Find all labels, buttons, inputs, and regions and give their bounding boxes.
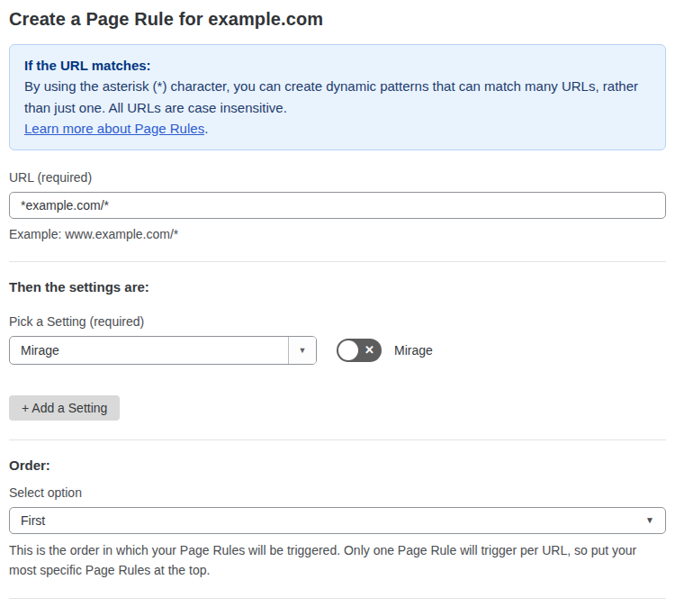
toggle-off-x-icon: ✕ (364, 344, 374, 356)
setting-dropdown-value: Mirage (10, 337, 288, 364)
order-select-value: First (21, 513, 45, 528)
toggle-knob (338, 340, 358, 360)
chevron-down-icon: ▼ (299, 347, 307, 355)
setting-row: Mirage ▼ ✕ Mirage (9, 336, 666, 365)
order-select[interactable]: First ▼ (9, 507, 666, 534)
url-match-info-box: If the URL matches: By using the asteris… (9, 44, 666, 150)
info-box-heading: If the URL matches: (24, 55, 651, 76)
info-box-body: By using the asterisk (*) character, you… (24, 76, 651, 118)
order-section-heading: Order: (9, 457, 666, 473)
url-input[interactable] (9, 192, 666, 219)
info-box-link-line: Learn more about Page Rules. (24, 118, 651, 139)
setting-dropdown-arrow-button[interactable]: ▼ (288, 337, 316, 364)
order-helper-text: This is the order in which your Page Rul… (9, 540, 666, 581)
settings-section-heading: Then the settings are: (9, 279, 666, 294)
order-select-label: Select option (9, 485, 666, 500)
divider (9, 598, 666, 599)
learn-more-link[interactable]: Learn more about Page Rules (24, 121, 204, 136)
setting-dropdown[interactable]: Mirage ▼ (9, 336, 317, 365)
url-example-helper: Example: www.example.com/* (9, 225, 666, 244)
create-page-rule-panel: Create a Page Rule for example.com If th… (0, 0, 675, 616)
link-suffix: . (204, 121, 208, 136)
mirage-toggle[interactable]: ✕ (337, 339, 382, 362)
toggle-setting-label: Mirage (394, 343, 433, 358)
add-setting-button[interactable]: + Add a Setting (9, 395, 120, 421)
chevron-down-icon: ▼ (645, 516, 654, 525)
url-field-label: URL (required) (9, 170, 666, 185)
divider (9, 261, 666, 262)
page-title: Create a Page Rule for example.com (9, 9, 666, 30)
divider (9, 439, 666, 440)
pick-setting-label: Pick a Setting (required) (9, 314, 666, 329)
